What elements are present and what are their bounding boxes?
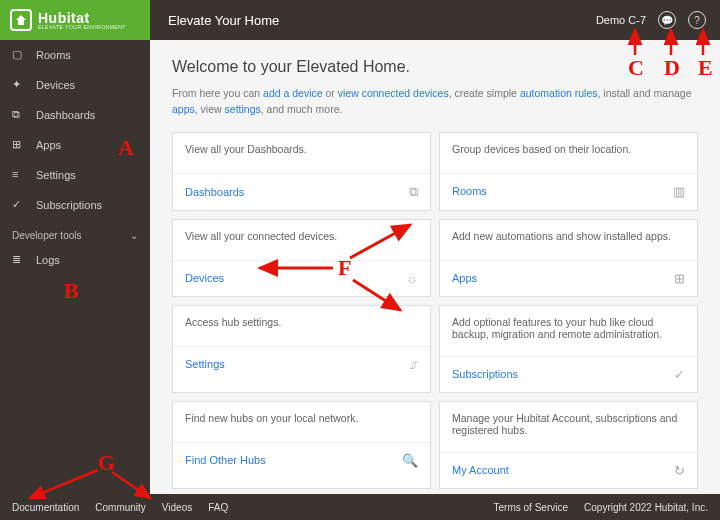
sliders-icon: ≡	[12, 168, 26, 182]
apps-card-link[interactable]: Apps	[452, 272, 477, 284]
add-device-link[interactable]: add a device	[263, 87, 323, 99]
chevron-down-icon: ⌄	[130, 230, 138, 241]
find-hubs-card: Find new hubs on your local network.Find…	[172, 401, 431, 489]
messages-icon[interactable]: 💬	[658, 11, 676, 29]
view-devices-link[interactable]: view connected devices	[338, 87, 449, 99]
intro-text: From here you can add a device or view c…	[172, 86, 698, 118]
footer: Documentation Community Videos FAQ Terms…	[0, 494, 720, 520]
rooms-icon: ▥	[673, 184, 685, 199]
developer-tools-header[interactable]: Developer tools⌄	[0, 220, 150, 245]
footer-faq[interactable]: FAQ	[208, 502, 228, 513]
rooms-card: Group devices based on their location.Ro…	[439, 132, 698, 211]
help-icon[interactable]: ?	[688, 11, 706, 29]
rooms-icon: ▢	[12, 48, 26, 62]
apps-link[interactable]: apps	[172, 103, 195, 115]
sidebar-item-apps[interactable]: ⊞Apps	[0, 130, 150, 160]
bulb-icon: ☼	[406, 271, 418, 286]
sidebar-item-devices[interactable]: ✦Devices	[0, 70, 150, 100]
sidebar-item-label: Logs	[36, 254, 60, 266]
sidebar-item-dashboards[interactable]: ⧉Dashboards	[0, 100, 150, 130]
devices-link[interactable]: Devices	[185, 272, 224, 284]
brand-tagline: ELEVATE YOUR ENVIRONMENT	[38, 24, 126, 30]
subscriptions-card: Add optional features to your hub like c…	[439, 305, 698, 393]
footer-community[interactable]: Community	[95, 502, 146, 513]
sidebar-item-subscriptions[interactable]: ✓Subscriptions	[0, 190, 150, 220]
footer-videos[interactable]: Videos	[162, 502, 192, 513]
settings-card: Access hub settings.Settings⎎	[172, 305, 431, 393]
card-grid: View all your Dashboards.Dashboards⧉ Gro…	[172, 132, 698, 489]
devices-card: View all your connected devices.Devices☼	[172, 219, 431, 297]
footer-tos[interactable]: Terms of Service	[494, 502, 568, 513]
sliders-icon: ⎎	[410, 357, 418, 372]
check-icon: ✓	[674, 367, 685, 382]
search-icon: 🔍	[402, 453, 418, 468]
check-icon: ✓	[12, 198, 26, 212]
account-link[interactable]: My Account	[452, 464, 509, 476]
sidebar-item-label: Devices	[36, 79, 75, 91]
footer-copyright: Copyright 2022 Hubitat, Inc.	[584, 502, 708, 513]
sidebar-item-label: Dashboards	[36, 109, 95, 121]
welcome-heading: Welcome to your Elevated Home.	[172, 58, 698, 76]
dashboards-icon: ⧉	[409, 184, 418, 200]
apps-card: Add new automations and show installed a…	[439, 219, 698, 297]
sidebar-item-label: Subscriptions	[36, 199, 102, 211]
refresh-icon: ↻	[674, 463, 685, 478]
sidebar-item-settings[interactable]: ≡Settings	[0, 160, 150, 190]
brand-logo[interactable]: Hubitat ELEVATE YOUR ENVIRONMENT	[0, 0, 150, 40]
sidebar: ▢Rooms ✦Devices ⧉Dashboards ⊞Apps ≡Setti…	[0, 40, 150, 494]
bulb-icon: ✦	[12, 78, 26, 92]
settings-link[interactable]: settings	[225, 103, 261, 115]
home-icon	[10, 9, 32, 31]
page-title: Elevate Your Home	[150, 13, 596, 28]
hub-name[interactable]: Demo C-7	[596, 14, 646, 26]
sidebar-item-label: Apps	[36, 139, 61, 151]
dashboards-card: View all your Dashboards.Dashboards⧉	[172, 132, 431, 211]
automation-rules-link[interactable]: automation rules	[520, 87, 598, 99]
sidebar-item-label: Rooms	[36, 49, 71, 61]
footer-documentation[interactable]: Documentation	[12, 502, 79, 513]
sidebar-item-rooms[interactable]: ▢Rooms	[0, 40, 150, 70]
logs-icon: ≣	[12, 253, 26, 267]
subscriptions-card-link[interactable]: Subscriptions	[452, 368, 518, 380]
dashboard-icon: ⧉	[12, 108, 26, 122]
sidebar-item-label: Settings	[36, 169, 76, 181]
settings-card-link[interactable]: Settings	[185, 358, 225, 370]
find-hubs-link[interactable]: Find Other Hubs	[185, 454, 266, 466]
dashboards-link[interactable]: Dashboards	[185, 186, 244, 198]
sidebar-item-logs[interactable]: ≣Logs	[0, 245, 150, 275]
account-card: Manage your Hubitat Account, subscriptio…	[439, 401, 698, 489]
main-content: Welcome to your Elevated Home. From here…	[150, 40, 720, 494]
top-bar: Hubitat ELEVATE YOUR ENVIRONMENT Elevate…	[0, 0, 720, 40]
rooms-link[interactable]: Rooms	[452, 185, 487, 197]
grid-icon: ⊞	[674, 271, 685, 286]
apps-icon: ⊞	[12, 138, 26, 152]
